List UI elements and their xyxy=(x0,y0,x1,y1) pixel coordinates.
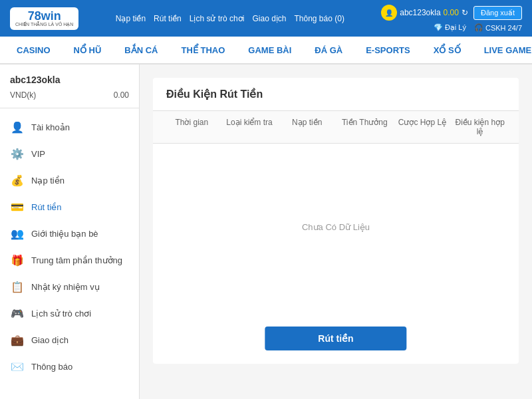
sidebar-item-gioi-thieu[interactable]: 👥Giới thiệu bạn bè xyxy=(0,220,139,247)
dai-ly-link[interactable]: 💎 Đại Lý xyxy=(434,23,466,32)
thong-bao-link[interactable]: Thông báo (0) xyxy=(295,14,344,23)
nhat-ky-label: Nhật ký nhiệm vụ xyxy=(31,282,100,292)
content-area: Điều Kiện Rút Tiền Thời gian Loại kiểm t… xyxy=(140,65,532,399)
col-thoi-gian: Thời gian xyxy=(163,118,221,136)
logout-button[interactable]: Đăng xuất xyxy=(473,6,522,20)
giao-dich-label: Giao dịch xyxy=(31,335,68,345)
sidebar-item-nap-tien[interactable]: 💰Nạp tiền xyxy=(0,167,139,194)
logo-subtitle: CHIẾN THẮNG LÀ VÔ HẠN xyxy=(15,22,73,27)
lich-su-label: Lịch sử trò chơi xyxy=(31,309,91,319)
col-loai-kiem-tra: Loại kiểm tra xyxy=(221,118,279,136)
subnav-item-game-bài[interactable]: GAME BÀI xyxy=(245,37,295,64)
username-display: abc123okla xyxy=(400,8,440,17)
rut-tien-link[interactable]: Rút tiền xyxy=(154,14,182,23)
nap-tien-icon: 💰 xyxy=(10,173,25,188)
sidebar-item-tai-khoan[interactable]: 👤Tài khoản xyxy=(0,114,139,140)
sidebar-item-lich-su[interactable]: 🎮Lịch sử trò chơi xyxy=(0,300,139,327)
header-right-top: 👤 abc123okla 0.00 ↻ Đăng xuất xyxy=(381,5,522,21)
subnav-item-thể-thao[interactable]: THỂ THAO xyxy=(178,37,229,64)
trung-tam-label: Trung tâm phần thưởng xyxy=(31,255,122,265)
logo-box: 78win CHIẾN THẮNG LÀ VÔ HẠN xyxy=(10,7,78,30)
rut-tien-label: Rút tiền xyxy=(31,202,62,212)
thong-bao-icon: ✉️ xyxy=(10,359,25,374)
subnav-item-live-game[interactable]: LIVE GAME xyxy=(481,37,532,64)
sidebar-item-giao-dich[interactable]: 💼Giao dịch xyxy=(0,327,139,353)
sidebar-item-rut-tien[interactable]: 💳Rút tiền xyxy=(0,194,139,220)
giao-dich-icon: 💼 xyxy=(10,332,25,347)
subnav-item-đá-gà[interactable]: ĐÁ GÀ xyxy=(311,37,346,64)
trung-tam-icon: 🎁 xyxy=(10,253,25,267)
col-dieu-kien: Điều kiện hợp lệ xyxy=(451,118,509,136)
rut-tien-icon: 💳 xyxy=(10,200,25,214)
logo-text: 78win xyxy=(28,10,61,22)
sidebar-menu: 👤Tài khoản⚙️VIP💰Nạp tiền💳Rút tiền👥Giới t… xyxy=(0,114,139,380)
nhat-ky-icon: 📋 xyxy=(10,279,25,294)
sidebar-item-trung-tam[interactable]: 🎁Trung tâm phần thưởng xyxy=(0,247,139,273)
header-right-bottom: 💎 Đại Lý 🎧 CSKH 24/7 xyxy=(434,23,522,32)
logo-area: 78win CHIẾN THẮNG LÀ VÔ HẠN xyxy=(10,7,78,30)
headphone-icon: 🎧 xyxy=(474,23,483,32)
header-right: 👤 abc123okla 0.00 ↻ Đăng xuất 💎 Đại Lý 🎧… xyxy=(381,5,522,32)
col-cuoc-hop-le: Cược Hợp Lệ xyxy=(394,118,452,136)
col-tien-thuong: Tiền Thưởng xyxy=(336,118,394,136)
gioi-thieu-icon: 👥 xyxy=(10,226,25,241)
sidebar-item-vip[interactable]: ⚙️VIP xyxy=(0,140,139,167)
refresh-icon[interactable]: ↻ xyxy=(462,8,468,17)
balance-display: 0.00 xyxy=(444,8,459,17)
vip-icon: ⚙️ xyxy=(10,146,25,161)
subnav-item-e-sports[interactable]: E-SPORTS xyxy=(362,37,413,64)
balance-label: VND(k) xyxy=(10,90,36,100)
sidebar-item-nhat-ky[interactable]: 📋Nhật ký nhiệm vụ xyxy=(0,273,139,300)
subnav-item-bắn-cá[interactable]: BẮN CÁ xyxy=(121,37,161,64)
sidebar-username: abc123okla xyxy=(0,74,139,90)
tai-khoan-label: Tài khoản xyxy=(31,122,70,132)
lich-su-link[interactable]: Lịch sử trò chơi xyxy=(190,14,245,23)
table-empty-message: Chưa Có Dữ Liệu xyxy=(153,144,519,310)
giao-dich-link[interactable]: Giao dịch xyxy=(252,14,286,23)
subnav-item-xổ-số[interactable]: XỔ SỐ xyxy=(430,37,464,64)
balance-amount: 0.00 xyxy=(114,90,129,100)
table-header: Thời gian Loại kiểm tra Nạp tiền Tiền Th… xyxy=(153,111,519,144)
sidebar: abc123okla VND(k) 0.00 👤Tài khoản⚙️VIP💰N… xyxy=(0,65,140,399)
subnav-item-nổ-hũ[interactable]: NỔ HŨ xyxy=(70,37,105,64)
vip-label: VIP xyxy=(31,149,45,159)
col-nap-tien: Nạp tiền xyxy=(278,118,336,136)
content-box: Điều Kiện Rút Tiền Thời gian Loại kiểm t… xyxy=(153,78,519,364)
subnav: CASINONỔ HŨBẮN CÁTHỂ THAOGAME BÀIĐÁ GÀE-… xyxy=(0,37,532,65)
tai-khoan-icon: 👤 xyxy=(10,120,25,134)
content-title: Điều Kiện Rút Tiền xyxy=(153,78,519,111)
sidebar-item-thong-bao[interactable]: ✉️Thông báo xyxy=(0,353,139,380)
diamond-icon: 💎 xyxy=(434,23,443,32)
header-nav: Nạp tiền Rút tiền Lịch sử trò chơi Giao … xyxy=(116,14,344,23)
gioi-thieu-label: Giới thiệu bạn bè xyxy=(31,229,98,239)
header: 78win CHIẾN THẮNG LÀ VÔ HẠN Nạp tiền Rút… xyxy=(0,0,532,37)
subnav-item-casino[interactable]: CASINO xyxy=(13,37,54,64)
main: abc123okla VND(k) 0.00 👤Tài khoản⚙️VIP💰N… xyxy=(0,65,532,399)
lich-su-icon: 🎮 xyxy=(10,306,25,321)
nap-tien-label: Nạp tiền xyxy=(31,176,65,186)
sidebar-balance: VND(k) 0.00 xyxy=(0,90,139,108)
thong-bao-label: Thông báo xyxy=(31,362,72,372)
avatar: 👤 xyxy=(381,5,397,21)
nap-tien-link[interactable]: Nạp tiền xyxy=(116,14,146,23)
rut-tien-button[interactable]: Rút tiền xyxy=(265,327,406,350)
user-info: 👤 abc123okla 0.00 ↻ xyxy=(381,5,468,21)
cskh-link[interactable]: 🎧 CSKH 24/7 xyxy=(474,23,522,32)
